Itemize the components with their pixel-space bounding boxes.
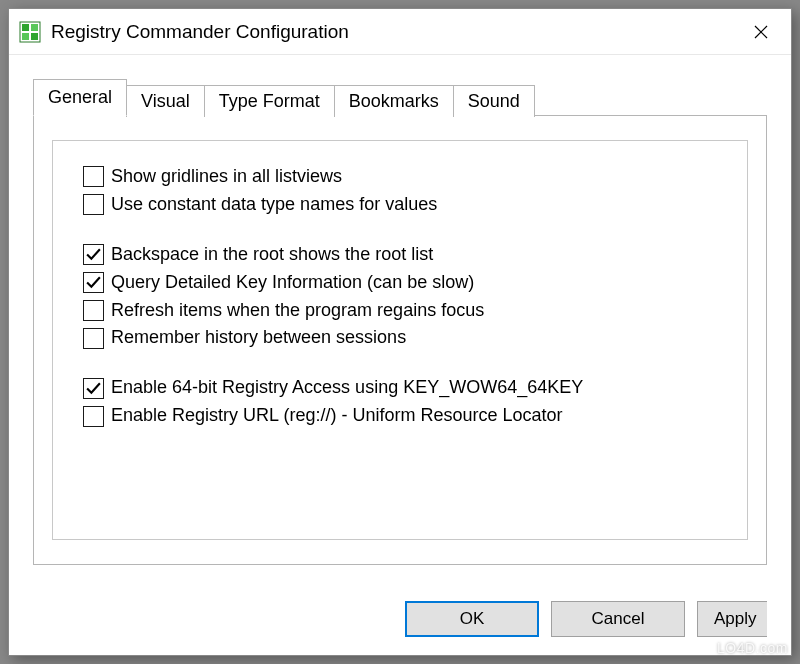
tab-general[interactable]: General	[33, 79, 127, 116]
option-row: Backspace in the root shows the root lis…	[83, 241, 717, 269]
tab-panel-general: Show gridlines in all listviews Use cons…	[33, 115, 767, 565]
button-label: OK	[460, 609, 485, 629]
tab-label: Bookmarks	[349, 91, 439, 111]
checkbox-remember-history[interactable]	[83, 328, 104, 349]
checkbox-show-gridlines[interactable]	[83, 166, 104, 187]
svg-rect-2	[31, 24, 38, 31]
option-block-3: Enable 64-bit Registry Access using KEY_…	[83, 374, 717, 430]
option-block-1: Show gridlines in all listviews Use cons…	[83, 163, 717, 219]
option-row: Show gridlines in all listviews	[83, 163, 717, 191]
option-label: Enable Registry URL (reg://) - Uniform R…	[111, 402, 563, 430]
checkbox-backspace-root[interactable]	[83, 244, 104, 265]
ok-button[interactable]: OK	[405, 601, 539, 637]
option-group: Show gridlines in all listviews Use cons…	[52, 140, 748, 540]
tab-visual[interactable]: Visual	[126, 85, 205, 117]
option-row: Refresh items when the program regains f…	[83, 297, 717, 325]
checkbox-constant-type-names[interactable]	[83, 194, 104, 215]
tab-label: General	[48, 87, 112, 107]
tab-bookmarks[interactable]: Bookmarks	[334, 85, 454, 117]
tab-sound[interactable]: Sound	[453, 85, 535, 117]
svg-rect-4	[31, 33, 38, 40]
svg-rect-1	[22, 24, 29, 31]
option-row: Query Detailed Key Information (can be s…	[83, 269, 717, 297]
window-title: Registry Commander Configuration	[51, 21, 349, 43]
cancel-button[interactable]: Cancel	[551, 601, 685, 637]
checkbox-refresh-focus[interactable]	[83, 300, 104, 321]
option-label: Query Detailed Key Information (can be s…	[111, 269, 474, 297]
option-label: Refresh items when the program regains f…	[111, 297, 484, 325]
close-icon	[754, 25, 768, 39]
checkbox-registry-url[interactable]	[83, 406, 104, 427]
tab-label: Visual	[141, 91, 190, 111]
option-label: Remember history between sessions	[111, 324, 406, 352]
tab-label: Sound	[468, 91, 520, 111]
checkbox-query-detailed[interactable]	[83, 272, 104, 293]
option-row: Remember history between sessions	[83, 324, 717, 352]
tab-row: General Visual Type Format Bookmarks Sou…	[33, 79, 767, 115]
option-label: Enable 64-bit Registry Access using KEY_…	[111, 374, 583, 402]
option-label: Show gridlines in all listviews	[111, 163, 342, 191]
tab-label: Type Format	[219, 91, 320, 111]
close-button[interactable]	[741, 9, 781, 55]
watermark: LO4D.com	[717, 640, 788, 656]
option-row: Use constant data type names for values	[83, 191, 717, 219]
dialog-window: Registry Commander Configuration General…	[8, 8, 792, 656]
dialog-buttons: OK Cancel Apply	[9, 583, 791, 655]
apply-button[interactable]: Apply	[697, 601, 767, 637]
option-block-2: Backspace in the root shows the root lis…	[83, 241, 717, 353]
option-row: Enable 64-bit Registry Access using KEY_…	[83, 374, 717, 402]
option-row: Enable Registry URL (reg://) - Uniform R…	[83, 402, 717, 430]
option-label: Backspace in the root shows the root lis…	[111, 241, 433, 269]
app-icon	[19, 21, 41, 43]
tab-type-format[interactable]: Type Format	[204, 85, 335, 117]
dialog-client: General Visual Type Format Bookmarks Sou…	[9, 55, 791, 583]
checkbox-64bit-registry[interactable]	[83, 378, 104, 399]
button-label: Apply	[714, 609, 757, 629]
titlebar: Registry Commander Configuration	[9, 9, 791, 55]
button-label: Cancel	[592, 609, 645, 629]
svg-rect-3	[22, 33, 29, 40]
option-label: Use constant data type names for values	[111, 191, 437, 219]
